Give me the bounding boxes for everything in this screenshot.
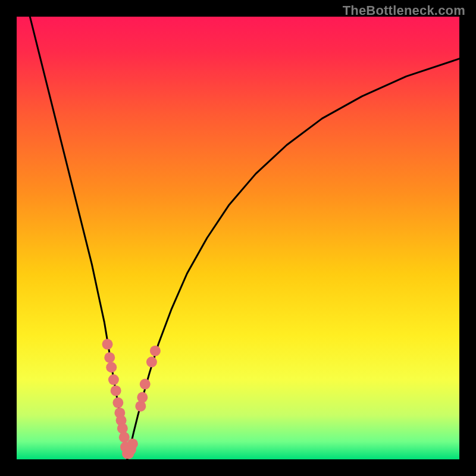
marker-point	[112, 397, 123, 408]
marker-point	[140, 379, 151, 390]
marker-point	[119, 432, 130, 443]
marker-point	[108, 374, 119, 385]
marker-point	[137, 392, 148, 403]
marker-point	[150, 346, 161, 356]
marker-point	[135, 401, 146, 412]
watermark-label: TheBottleneck.com	[343, 3, 465, 18]
plot-area	[17, 17, 459, 459]
marker-point	[111, 386, 121, 396]
marker-point	[127, 439, 138, 449]
chart-frame: TheBottleneck.com	[0, 0, 476, 476]
marker-point	[106, 362, 117, 372]
marker-point	[102, 339, 113, 350]
marker-point	[146, 356, 157, 367]
marker-point	[104, 352, 115, 363]
marker-point	[117, 423, 128, 434]
chart-canvas	[17, 17, 459, 459]
